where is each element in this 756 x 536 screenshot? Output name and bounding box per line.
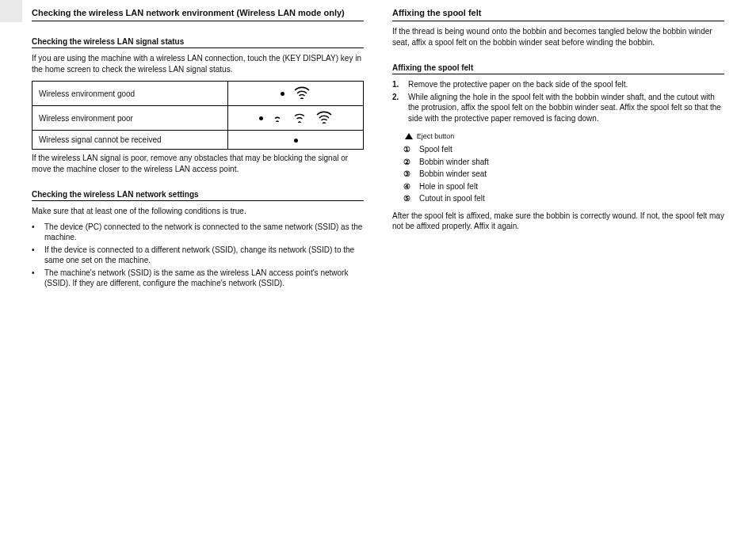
wifi-1bar-icon: [271, 112, 284, 124]
table-row: Wireless environment poor: [32, 106, 364, 131]
list-item: 1.Remove the protective paper on the bac…: [392, 79, 724, 90]
signal-status-table: Wireless environment good Wireless envir…: [32, 81, 364, 150]
wifi-strong-icon: [293, 86, 311, 101]
row-icons: [228, 82, 364, 106]
paragraph-signal-status: If you are using the machine with a wire…: [32, 53, 364, 74]
paragraph-note: After the spool felt is affixed, make su…: [392, 211, 724, 232]
page-edge-tab: [0, 0, 22, 22]
subsection-title-network-settings: Checking the wireless LAN network settin…: [32, 179, 364, 201]
paragraph-spool-intro: If the thread is being wound onto the bo…: [392, 26, 724, 48]
row-icons: [228, 131, 364, 150]
table-row: Wireless signal cannot be received: [32, 131, 364, 150]
subsection-title-signal-status: Checking the wireless LAN signal status: [32, 26, 364, 48]
subsection-title-affix: Affixing the spool felt: [392, 52, 724, 74]
section-title-spool-felt: Affixing the spool felt: [392, 0, 724, 21]
signal-dot-icon: [259, 116, 263, 120]
list-item: ③Bobbin winder seat: [403, 169, 724, 180]
list-item: •If the device is connected to a differe…: [32, 245, 364, 266]
row-icons: [228, 106, 364, 131]
row-label: Wireless signal cannot be received: [32, 131, 228, 150]
list-item: •The device (PC) connected to the networ…: [32, 222, 364, 243]
paragraph-network-intro: Make sure that at least one of the follo…: [32, 206, 364, 217]
list-item: ②Bobbin winder shaft: [403, 157, 724, 168]
wifi-2bar-icon: [292, 112, 307, 124]
legend-list: ①Spool felt ②Bobbin winder shaft ③Bobbin…: [403, 144, 724, 204]
paragraph-signal-advice: If the wireless LAN signal is poor, remo…: [32, 153, 364, 174]
step-list: 1.Remove the protective paper on the bac…: [392, 79, 724, 124]
section-title-wireless: Checking the wireless LAN network enviro…: [32, 0, 364, 21]
left-column: Checking the wireless LAN network enviro…: [32, 0, 364, 291]
signal-dot-icon: [281, 92, 284, 96]
row-label: Wireless environment poor: [32, 106, 228, 131]
right-column: Affixing the spool felt If the thread is…: [392, 0, 724, 291]
diagram-placeholder: Eject button: [403, 131, 724, 141]
signal-dot-icon: [294, 139, 298, 143]
list-item: ①Spool felt: [403, 144, 724, 155]
row-label: Wireless environment good: [32, 82, 228, 106]
up-triangle-icon: [405, 133, 413, 139]
wifi-3bar-icon: [315, 111, 333, 125]
table-row: Wireless environment good: [32, 82, 364, 106]
list-item: ⑤Cutout in spool felt: [403, 193, 724, 204]
list-item: •The machine's network (SSID) is the sam…: [32, 268, 364, 289]
list-item: 2.While aligning the hole in the spool f…: [392, 92, 724, 124]
list-item: ④Hole in spool felt: [403, 181, 724, 192]
eject-label: Eject button: [417, 132, 455, 140]
bullet-list: •The device (PC) connected to the networ…: [32, 222, 364, 289]
